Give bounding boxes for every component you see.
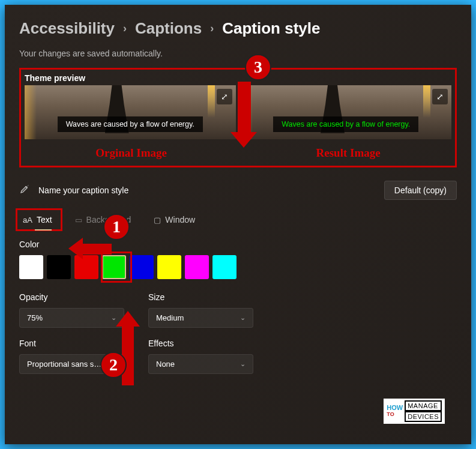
tab-window-label: Window	[165, 215, 195, 224]
color-section: Color	[19, 240, 457, 279]
name-style-row: Name your caption style Default (copy)	[19, 175, 457, 205]
chevron-down-icon: ⌄	[111, 314, 116, 322]
chevron-right-icon: ›	[123, 22, 127, 35]
text-icon: aA	[23, 215, 32, 224]
window-icon: ▢	[154, 215, 161, 224]
tabs: aA Text ▭ Background ▢ Window	[19, 211, 457, 229]
watermark-logo: HOW TO MANAGE DEVICES	[384, 399, 445, 424]
size-select[interactable]: Medium ⌄	[148, 308, 253, 328]
size-label: Size	[148, 292, 253, 302]
font-select[interactable]: Proportional sans s… ⌄	[19, 354, 124, 374]
expand-icon[interactable]: ⤢	[432, 89, 448, 104]
color-swatch[interactable]	[19, 255, 43, 279]
breadcrumb-item-accessibility[interactable]: Accessibility	[19, 19, 115, 38]
logo-manage: MANAGE	[405, 400, 442, 411]
breadcrumb-item-captions[interactable]: Captions	[135, 19, 202, 38]
effects-control: Effects None ⌄	[148, 339, 253, 374]
font-label: Font	[19, 339, 124, 348]
font-control: Font Proportional sans s… ⌄	[19, 339, 124, 374]
chevron-right-icon: ›	[210, 22, 214, 35]
autosave-notice: Your changes are saved automatically.	[19, 49, 457, 58]
color-swatch[interactable]	[212, 255, 236, 279]
tab-background-label: Background	[86, 215, 131, 224]
effects-value: None	[156, 360, 175, 369]
effects-select[interactable]: None ⌄	[148, 354, 253, 374]
size-value: Medium	[156, 313, 184, 322]
tab-window[interactable]: ▢ Window	[150, 211, 199, 229]
chevron-down-icon: ⌄	[240, 314, 246, 322]
color-swatch[interactable]	[47, 255, 71, 279]
breadcrumb-current: Caption style	[222, 19, 320, 38]
name-style-label: Name your caption style	[38, 185, 376, 195]
color-swatch[interactable]	[185, 255, 209, 279]
effects-label: Effects	[148, 339, 253, 348]
chevron-down-icon: ⌄	[111, 360, 116, 368]
logo-to: TO	[387, 411, 403, 417]
color-label: Color	[19, 240, 457, 249]
background-icon: ▭	[75, 215, 82, 224]
pen-icon	[19, 184, 30, 197]
theme-preview-section: Theme preview ⤢ Waves are caused by a fl…	[19, 68, 457, 167]
caption-sample-result: Waves are caused by a flow of energy.	[273, 116, 418, 132]
tab-background[interactable]: ▭ Background	[71, 211, 135, 229]
breadcrumb: Accessibility › Captions › Caption style	[19, 19, 457, 38]
logo-how: HOW	[387, 405, 403, 411]
settings-window: Accessibility › Captions › Caption style…	[5, 5, 471, 444]
expand-icon[interactable]: ⤢	[217, 89, 232, 104]
opacity-label: Opacity	[19, 292, 124, 302]
font-value: Proportional sans s…	[27, 360, 101, 369]
tab-text[interactable]: aA Text	[19, 211, 56, 229]
size-control: Size Medium ⌄	[148, 292, 253, 328]
caption-sample-original: Waves are caused by a flow of energy.	[58, 116, 203, 132]
opacity-select[interactable]: 75% ⌄	[19, 308, 124, 328]
opacity-control: Opacity 75% ⌄	[19, 292, 124, 328]
annotation-original-label: Orginal Image	[95, 146, 167, 160]
color-swatches	[19, 255, 457, 279]
theme-preview-label: Theme preview	[21, 70, 455, 85]
color-swatch[interactable]	[130, 255, 154, 279]
color-swatch[interactable]	[157, 255, 181, 279]
annotation-result-label: Result Image	[316, 146, 381, 160]
chevron-down-icon: ⌄	[240, 360, 246, 368]
preview-result: ⤢ Waves are caused by a flow of energy.	[241, 85, 452, 139]
preview-original: ⤢ Waves are caused by a flow of energy.	[25, 85, 236, 139]
color-swatch[interactable]	[74, 255, 98, 279]
style-name-button[interactable]: Default (copy)	[384, 181, 457, 200]
tab-text-label: Text	[37, 215, 52, 224]
logo-devices: DEVICES	[405, 411, 442, 422]
opacity-value: 75%	[27, 313, 43, 322]
color-swatch[interactable]	[102, 255, 126, 279]
